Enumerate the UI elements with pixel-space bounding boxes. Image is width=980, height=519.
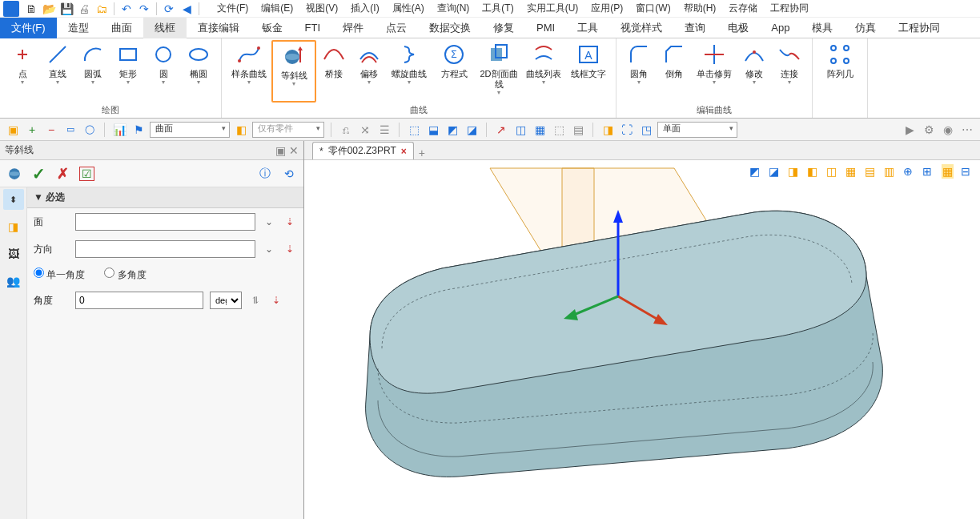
- ribbon-tab-sheetmetal[interactable]: 钣金: [251, 18, 294, 38]
- input-direction[interactable]: [75, 240, 255, 258]
- ribbon-tab-mold[interactable]: 模具: [801, 18, 844, 38]
- tool-i-icon[interactable]: ◫: [512, 122, 528, 138]
- btn-offset[interactable]: 偏移▾: [351, 40, 387, 103]
- pick-dir-icon[interactable]: ⇣: [283, 243, 297, 255]
- pick-angle-icon[interactable]: ⇣: [269, 295, 283, 306]
- view-iso-icon[interactable]: ◳: [638, 122, 654, 138]
- menu-view[interactable]: 视图(V): [299, 2, 344, 15]
- btn-modify[interactable]: 修改▾: [737, 40, 772, 103]
- play-icon[interactable]: ▶: [902, 122, 918, 138]
- btn-clicktrim[interactable]: 单击修剪▾: [692, 40, 737, 103]
- ribbon-tab-tools[interactable]: 工具: [566, 18, 609, 38]
- cursor-icon[interactable]: ▣: [5, 122, 21, 138]
- tool-h-icon[interactable]: ↗: [493, 122, 509, 138]
- filter-chart-icon[interactable]: 📊: [111, 122, 127, 138]
- view-fit-icon[interactable]: ⛶: [619, 122, 635, 138]
- panel-pin-icon[interactable]: ▣: [275, 144, 286, 157]
- ribbon-tab-weld[interactable]: 焊件: [331, 18, 375, 38]
- vt-icon[interactable]: ▤: [865, 165, 881, 181]
- menu-cloud[interactable]: 云存储: [722, 2, 764, 15]
- ribbon-tab-shape[interactable]: 造型: [57, 18, 100, 38]
- radio-multi-angle[interactable]: 多角度: [104, 268, 146, 282]
- sidetab-tree-icon[interactable]: ⬍: [3, 189, 24, 210]
- btn-connect[interactable]: 连接▾: [772, 40, 807, 103]
- saveall-icon[interactable]: 🗂: [94, 2, 109, 16]
- btn-rect[interactable]: 矩形▾: [110, 40, 146, 103]
- doc-tab-close-icon[interactable]: ×: [401, 146, 407, 157]
- btn-wireframetext[interactable]: A线框文字: [566, 40, 611, 103]
- pick-face-icon[interactable]: ⇣: [283, 216, 297, 227]
- btn-chamfer[interactable]: 倒角: [657, 40, 692, 103]
- sidetab-box-icon[interactable]: ◨: [3, 216, 24, 237]
- tool-d-icon[interactable]: ⬚: [406, 122, 422, 138]
- menu-insert[interactable]: 插入(I): [344, 2, 385, 15]
- filter-type-combo[interactable]: 曲面: [150, 122, 230, 138]
- ribbon-tab-file[interactable]: 文件(F): [0, 18, 57, 38]
- tool-l-icon[interactable]: ▤: [570, 122, 586, 138]
- filter-flag-icon[interactable]: ⚑: [131, 122, 147, 138]
- btn-pattern[interactable]: 阵列几: [817, 40, 862, 105]
- ribbon-tab-electrode[interactable]: 电极: [717, 18, 760, 38]
- new-icon[interactable]: 🗎: [24, 2, 38, 16]
- menu-app[interactable]: 应用(P): [584, 2, 629, 15]
- menu-tools[interactable]: 工具(T): [476, 2, 520, 15]
- minus-icon[interactable]: −: [43, 122, 59, 138]
- expand-dir-icon[interactable]: ⌄: [262, 243, 276, 255]
- sidetab-user-icon[interactable]: 👥: [3, 271, 24, 292]
- menu-query[interactable]: 查询(N): [431, 2, 476, 15]
- btn-curvelist[interactable]: 曲线列表▾: [521, 40, 566, 103]
- select-circle-icon[interactable]: ◯: [82, 122, 98, 138]
- filter-scope-combo[interactable]: 仅有零件: [252, 122, 324, 138]
- radio-single-angle[interactable]: 单一角度: [34, 268, 85, 282]
- record-icon[interactable]: ◉: [940, 122, 956, 138]
- tool-c-icon[interactable]: ☰: [376, 122, 392, 138]
- vt-icon[interactable]: ▦: [942, 165, 958, 181]
- ribbon-tab-directedit[interactable]: 直接编辑: [187, 18, 251, 38]
- refresh-icon[interactable]: ⟳: [162, 2, 176, 16]
- unit-angle[interactable]: deg: [210, 292, 242, 309]
- ribbon-tab-visualstyle[interactable]: 视觉样式: [609, 18, 673, 38]
- vt-icon[interactable]: ◧: [807, 165, 823, 181]
- tool-k-icon[interactable]: ⬚: [551, 122, 567, 138]
- redo-icon[interactable]: ↷: [137, 2, 151, 16]
- spinner-angle-icon[interactable]: ⥮: [248, 295, 263, 306]
- vt-icon[interactable]: ⊞: [922, 165, 938, 181]
- cube-icon[interactable]: ◧: [233, 122, 249, 138]
- input-face[interactable]: [75, 213, 255, 231]
- ribbon-tab-sim[interactable]: 仿真: [844, 18, 887, 38]
- tool-f-icon[interactable]: ◩: [444, 122, 460, 138]
- back-icon[interactable]: ◀: [179, 2, 194, 16]
- select-rect-icon[interactable]: ▭: [62, 122, 78, 138]
- panel-close-icon[interactable]: ✕: [289, 144, 299, 157]
- btn-equation[interactable]: Σ方程式: [432, 40, 476, 103]
- vt-icon[interactable]: ▦: [845, 165, 862, 181]
- add-tab-button[interactable]: +: [414, 147, 430, 159]
- expand-face-icon[interactable]: ⌄: [262, 216, 276, 227]
- menu-window[interactable]: 窗口(W): [629, 2, 677, 15]
- tool-g-icon[interactable]: ◪: [464, 122, 480, 138]
- ribbon-tab-pmi[interactable]: PMI: [525, 18, 566, 38]
- 3d-viewport[interactable]: [304, 160, 980, 519]
- ribbon-tab-surface[interactable]: 曲面: [100, 18, 143, 38]
- ribbon-tab-wireframe[interactable]: 线框: [143, 18, 187, 38]
- menu-util[interactable]: 实用工具(U): [520, 2, 585, 15]
- vt-icon[interactable]: ◫: [826, 165, 842, 181]
- btn-isocline[interactable]: 等斜线▾: [271, 40, 316, 103]
- btn-circle[interactable]: 圆▾: [146, 40, 181, 103]
- feature-sphere-icon[interactable]: [5, 164, 24, 183]
- doc-tab-active[interactable]: * 零件002.Z3PRT ×: [312, 142, 414, 159]
- ribbon-tab-dataex[interactable]: 数据交换: [418, 18, 482, 38]
- ribbon-tab-fti[interactable]: FTI: [294, 18, 332, 38]
- btn-bridge[interactable]: 桥接: [316, 40, 351, 103]
- menu-help[interactable]: 帮助(H): [677, 2, 723, 15]
- apply-button[interactable]: ☑: [77, 164, 96, 183]
- vt-icon[interactable]: ⊟: [961, 165, 977, 181]
- view-cube-icon[interactable]: ◨: [600, 122, 616, 138]
- cancel-button[interactable]: ✗: [53, 164, 72, 183]
- input-angle[interactable]: [75, 292, 203, 309]
- ribbon-tab-pointcloud[interactable]: 点云: [375, 18, 418, 38]
- ribbon-tab-query[interactable]: 查询: [673, 18, 717, 38]
- plus-icon[interactable]: +: [24, 122, 40, 138]
- tool-e-icon[interactable]: ⬓: [425, 122, 441, 138]
- btn-fillet[interactable]: 圆角▾: [621, 40, 657, 103]
